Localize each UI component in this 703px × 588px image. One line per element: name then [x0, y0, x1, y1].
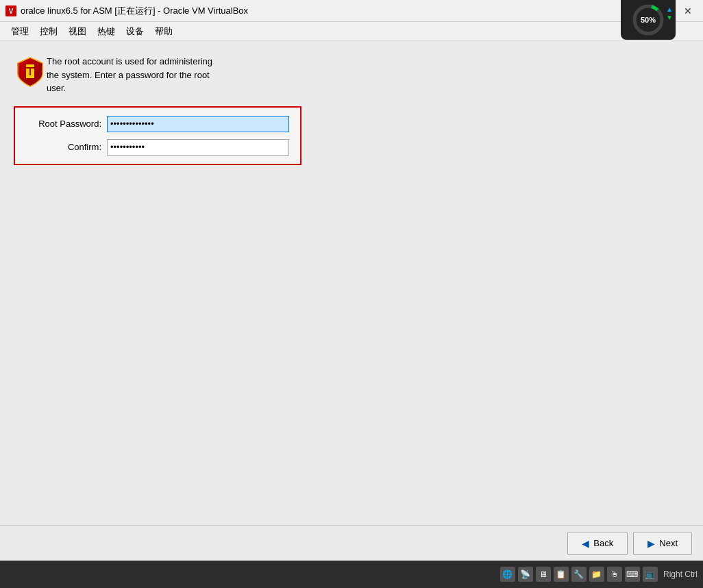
taskbar-icon-3[interactable]: 🖥 — [536, 567, 551, 582]
confirm-password-input[interactable] — [107, 139, 289, 156]
root-password-row: Root Password: — [26, 116, 289, 132]
taskbar-icon-9[interactable]: 📺 — [643, 567, 658, 582]
right-ctrl-label: Right Ctrl — [663, 569, 698, 579]
taskbar-icon-8[interactable]: ⌨ — [625, 567, 640, 582]
svg-rect-8 — [26, 75, 34, 78]
header-text-line3: user. — [47, 83, 66, 93]
root-password-label: Root Password: — [26, 119, 101, 129]
header-text-line2: the system. Enter a password for the roo… — [47, 70, 210, 80]
menu-control[interactable]: 控制 — [34, 24, 63, 39]
taskbar-icon-5[interactable]: 🔧 — [571, 567, 587, 582]
app-icon: V — [5, 5, 16, 16]
shield-icon — [14, 55, 47, 88]
root-password-input[interactable] — [107, 116, 289, 132]
taskbar: 🌐 📡 🖥 📋 🔧 📁 🖱 ⌨ 📺 Right Ctrl — [0, 561, 703, 588]
header-section: The root account is used for administeri… — [14, 55, 689, 95]
taskbar-icon-6[interactable]: 📁 — [589, 567, 604, 582]
menu-devices[interactable]: 设备 — [121, 24, 149, 39]
close-button[interactable]: ✕ — [678, 3, 698, 19]
confirm-label: Confirm: — [26, 142, 101, 152]
taskbar-network-icon[interactable]: 🌐 — [500, 567, 515, 582]
next-button[interactable]: ▶ Next — [633, 532, 692, 555]
back-button[interactable]: ◀ Back — [567, 532, 628, 555]
bottom-bar: ◀ Back ▶ Next — [0, 525, 703, 561]
menu-manage[interactable]: 管理 — [5, 24, 34, 39]
header-text-line1: The root account is used for administeri… — [47, 56, 212, 66]
window-title: oralce linux6.5 for ASM [正在运行] - Oracle … — [21, 5, 637, 17]
form-section: Root Password: Confirm: — [14, 106, 301, 165]
gauge-circle: 50% — [631, 3, 665, 37]
header-description: The root account is used for administeri… — [47, 55, 212, 95]
back-icon: ◀ — [582, 538, 589, 549]
back-label: Back — [593, 538, 613, 548]
confirm-row: Confirm: — [26, 139, 289, 156]
gauge-arrows: ▲ ▼ — [666, 5, 673, 21]
menu-help[interactable]: 帮助 — [149, 24, 178, 39]
titlebar: V oralce linux6.5 for ASM [正在运行] - Oracl… — [0, 0, 703, 22]
upload-arrow: ▲ — [666, 5, 673, 13]
gauge-percent: 50% — [641, 16, 656, 24]
main-content: The root account is used for administeri… — [0, 41, 703, 525]
svg-text:V: V — [9, 8, 14, 15]
menu-hotkey[interactable]: 热键 — [92, 24, 121, 39]
network-gauge: 50% ▲ ▼ — [621, 0, 676, 40]
taskbar-icon-7[interactable]: 🖱 — [607, 567, 622, 582]
menubar: 管理 控制 视图 热键 设备 帮助 — [0, 22, 703, 41]
taskbar-icon-4[interactable]: 📋 — [554, 567, 569, 582]
svg-rect-5 — [26, 64, 34, 67]
taskbar-icon-2[interactable]: 📡 — [518, 567, 533, 582]
next-icon: ▶ — [648, 538, 655, 549]
menu-view[interactable]: 视图 — [63, 24, 92, 39]
next-label: Next — [659, 538, 678, 548]
download-arrow: ▼ — [666, 14, 673, 21]
